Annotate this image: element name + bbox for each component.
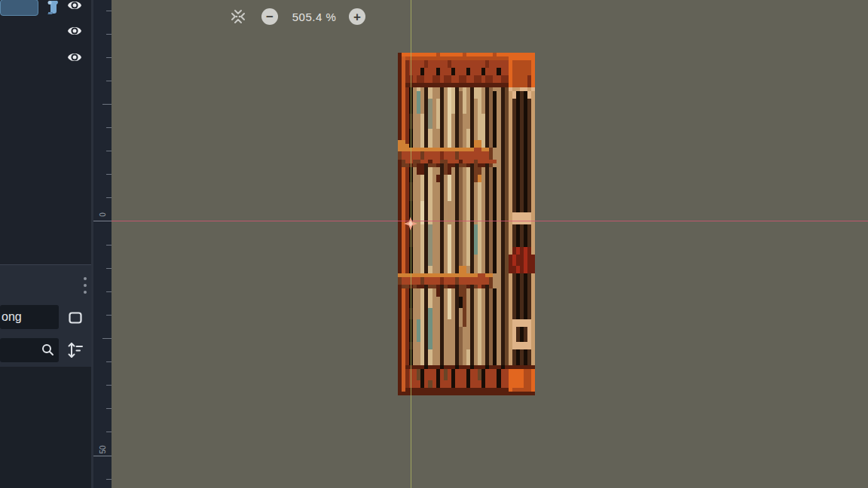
ruler-unit-label: 50 bbox=[96, 441, 108, 459]
ruler-tick bbox=[106, 245, 112, 246]
ruler-tick bbox=[106, 127, 112, 128]
ruler-tick bbox=[106, 11, 112, 11]
script-icon[interactable] bbox=[46, 0, 61, 14]
selected-tree-row-highlight[interactable] bbox=[0, 0, 38, 16]
vertical-ruler[interactable]: 050 bbox=[93, 0, 112, 488]
ruler-tick bbox=[106, 361, 112, 362]
sort-files-button[interactable] bbox=[65, 339, 86, 361]
editor-root: − 505.4 % + 050 bbox=[0, 0, 868, 488]
visibility-eye-icon[interactable] bbox=[66, 50, 83, 65]
ruler-tick bbox=[106, 432, 112, 432]
dock-menu-icon[interactable] bbox=[83, 277, 87, 294]
ruler-tick bbox=[106, 81, 112, 81]
ruler-tick bbox=[102, 338, 112, 339]
ruler-tick bbox=[106, 315, 112, 316]
center-view-icon[interactable] bbox=[230, 8, 246, 25]
ruler-tick bbox=[106, 57, 112, 58]
path-input[interactable] bbox=[0, 305, 59, 329]
ruler-tick bbox=[106, 408, 112, 409]
origin-gizmo[interactable] bbox=[403, 216, 418, 231]
ruler-tick bbox=[106, 174, 112, 175]
toggle-split-button[interactable] bbox=[65, 307, 86, 329]
ruler-unit-label: 0 bbox=[96, 206, 108, 224]
file-list-area[interactable] bbox=[0, 367, 91, 488]
ruler-tick bbox=[106, 291, 112, 292]
sort-files-icon bbox=[66, 340, 84, 360]
toggle-split-icon bbox=[69, 312, 82, 324]
visibility-eye-icon[interactable] bbox=[66, 23, 83, 38]
ruler-tick bbox=[106, 385, 112, 386]
ruler-tick bbox=[106, 197, 112, 198]
ruler-tick bbox=[106, 268, 112, 269]
search-icon bbox=[41, 343, 56, 358]
ruler-tick bbox=[102, 104, 112, 105]
ruler-tick bbox=[106, 34, 112, 35]
zoom-in-button[interactable]: + bbox=[349, 8, 365, 25]
canvas-viewport[interactable]: − 505.4 % + bbox=[112, 0, 868, 488]
visibility-eye-icon[interactable] bbox=[66, 0, 83, 13]
zoom-level-label: 505.4 % bbox=[282, 8, 347, 25]
zoom-out-button[interactable]: − bbox=[261, 8, 278, 25]
ruler-tick bbox=[106, 479, 112, 480]
door-sprite-image[interactable] bbox=[398, 53, 535, 395]
horizontal-axis-guide[interactable] bbox=[112, 221, 868, 221]
vertical-axis-guide[interactable] bbox=[411, 0, 411, 488]
ruler-tick bbox=[106, 151, 112, 151]
left-dock bbox=[0, 0, 91, 488]
